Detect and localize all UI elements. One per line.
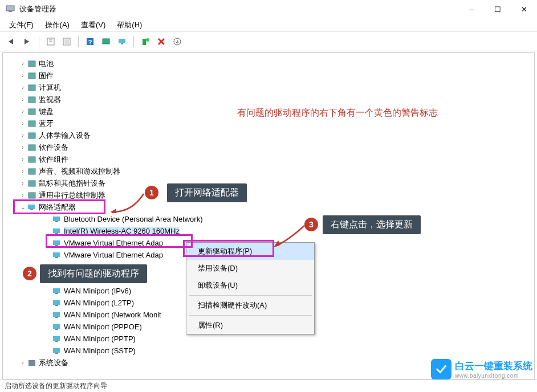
maximize-button[interactable]: ☐ xyxy=(485,0,511,18)
ctx-disable-device[interactable]: 禁用设备(D) xyxy=(186,260,314,277)
monitor-icon[interactable] xyxy=(115,35,129,48)
chevron-down-icon[interactable]: ⌄ xyxy=(19,204,27,210)
close-button[interactable]: ✕ xyxy=(511,0,537,18)
chevron-right-icon[interactable]: › xyxy=(19,168,27,174)
tree-label: 软件设备 xyxy=(39,142,68,153)
chevron-right-icon[interactable]: › xyxy=(19,108,27,115)
tree-label: Bluetooth Device (Personal Area Network) xyxy=(64,215,203,223)
sound-icon xyxy=(27,167,37,176)
tree-label: VMware Virtual Ethernet Adap xyxy=(64,251,163,259)
network-adapter-icon xyxy=(52,287,62,296)
chevron-right-icon[interactable]: › xyxy=(19,72,27,79)
network-adapter-icon xyxy=(52,251,62,260)
network-adapter-icon xyxy=(52,311,62,320)
tree-item[interactable]: ›声音、视频和游戏控制器 xyxy=(19,165,534,177)
menu-view[interactable]: 查看(V) xyxy=(78,19,109,31)
tree-label: Intel(R) Wireless-AC 9260 160MHz xyxy=(64,227,180,235)
tree-label: 蓝牙 xyxy=(39,119,54,129)
svg-rect-27 xyxy=(28,205,35,209)
chevron-right-icon[interactable]: › xyxy=(19,120,27,126)
minimize-button[interactable]: – xyxy=(458,0,485,18)
tree-item[interactable]: ›软件设备 xyxy=(19,141,534,153)
window-title: 设备管理器 xyxy=(19,4,458,14)
chevron-right-icon[interactable]: › xyxy=(19,96,27,103)
chevron-right-icon[interactable]: › xyxy=(19,156,27,162)
svg-rect-53 xyxy=(29,360,35,366)
tree-label: WAN Miniport (PPPOE) xyxy=(64,322,142,331)
tree-item[interactable]: ›通用串行总线控制器 xyxy=(19,189,534,201)
chevron-right-icon[interactable]: › xyxy=(19,180,27,186)
annotation-box-3: 右键点击，选择更新 xyxy=(323,215,421,234)
svg-rect-17 xyxy=(29,85,35,91)
ctx-uninstall-device[interactable]: 卸载设备(U) xyxy=(186,277,314,294)
context-menu: 更新驱动程序(P) 禁用设备(D) 卸载设备(U) 扫描检测硬件改动(A) 属性… xyxy=(186,242,315,334)
menu-bar: 文件(F) 操作(A) 查看(V) 帮助(H) xyxy=(0,18,537,32)
tree-label: 人体学输入设备 xyxy=(39,130,91,141)
ctx-properties[interactable]: 属性(R) xyxy=(186,317,314,334)
chevron-right-icon[interactable]: › xyxy=(19,132,27,138)
tree-item-network-adapters[interactable]: ⌄ 网络适配器 xyxy=(19,201,534,213)
annotation-number-1: 1 xyxy=(145,186,158,199)
tree-item-adapter[interactable]: WAN Miniport (PPTP) xyxy=(19,333,534,345)
svg-rect-24 xyxy=(29,169,35,174)
chevron-right-icon[interactable]: › xyxy=(19,60,27,67)
tree-item-adapter[interactable]: WAN Miniport (SSTP) xyxy=(19,345,534,357)
system-icon xyxy=(27,358,37,368)
tree-label: WAN Miniport (SSTP) xyxy=(64,346,136,355)
svg-rect-51 xyxy=(53,348,60,353)
network-adapter-icon xyxy=(52,346,62,356)
tree-label: WAN Miniport (IPv6) xyxy=(64,287,131,295)
menu-help[interactable]: 帮助(H) xyxy=(113,19,145,31)
remove-icon[interactable] xyxy=(154,35,168,48)
svg-rect-25 xyxy=(29,181,35,186)
tree-item[interactable]: ›监视器 xyxy=(19,93,534,105)
menu-file[interactable]: 文件(F) xyxy=(6,19,37,31)
menu-action[interactable]: 操作(A) xyxy=(42,19,73,31)
svg-rect-21 xyxy=(29,133,35,138)
ctx-separator xyxy=(189,315,312,316)
svg-rect-10 xyxy=(119,39,125,43)
down-icon[interactable] xyxy=(170,35,184,48)
chevron-right-icon[interactable]: › xyxy=(19,192,27,198)
show-tree-icon[interactable] xyxy=(44,35,58,48)
tree-item[interactable]: ›电池 xyxy=(19,58,534,70)
svg-rect-6 xyxy=(64,39,69,44)
chevron-right-icon[interactable]: › xyxy=(19,144,27,150)
network-adapter-icon xyxy=(52,215,62,224)
tree-item[interactable]: ›蓝牙 xyxy=(19,117,534,129)
svg-rect-23 xyxy=(29,157,35,162)
svg-rect-48 xyxy=(55,329,58,330)
watermark-title: 白云一键重装系统 xyxy=(455,360,532,373)
ctx-separator xyxy=(189,295,312,296)
annotation-number-2: 2 xyxy=(23,267,36,280)
tree-label: 键盘 xyxy=(39,107,54,117)
add-device-icon[interactable] xyxy=(139,35,152,48)
battery-icon xyxy=(27,59,37,68)
tree-label: WAN Miniport (PPTP) xyxy=(64,334,136,343)
back-arrow-icon[interactable] xyxy=(5,35,18,48)
chevron-right-icon[interactable]: › xyxy=(19,360,27,366)
tree-label: 鼠标和其他指针设备 xyxy=(39,178,105,189)
scan-hardware-icon[interactable] xyxy=(99,35,113,48)
tree-item[interactable]: ›人体学输入设备 xyxy=(19,129,534,141)
firmware-icon xyxy=(27,71,37,80)
tree-item[interactable]: ›计算机 xyxy=(19,81,534,93)
svg-rect-42 xyxy=(55,293,58,294)
tree-item[interactable]: ›固件 xyxy=(19,70,534,81)
forward-arrow-icon[interactable] xyxy=(21,35,34,48)
status-bar: 启动所选设备的更新驱动程序向导 xyxy=(0,379,537,392)
svg-rect-22 xyxy=(29,145,35,150)
svg-rect-15 xyxy=(29,61,35,67)
tree-item[interactable]: ›鼠标和其他指针设备 xyxy=(19,177,534,189)
svg-rect-0 xyxy=(6,6,14,11)
ctx-scan-hardware[interactable]: 扫描检测硬件改动(A) xyxy=(186,297,314,314)
network-adapter-icon xyxy=(52,239,62,248)
annotation-box-2: 找到有问题的驱动程序 xyxy=(40,264,147,283)
tree-item[interactable]: ›软件组件 xyxy=(19,153,534,165)
svg-rect-18 xyxy=(29,97,35,103)
properties-icon[interactable] xyxy=(60,35,74,48)
help-icon[interactable]: ? xyxy=(83,35,97,48)
network-adapter-icon xyxy=(52,334,62,344)
annotation-box-1: 打开网络适配器 xyxy=(167,183,247,202)
chevron-right-icon[interactable]: › xyxy=(19,84,27,91)
